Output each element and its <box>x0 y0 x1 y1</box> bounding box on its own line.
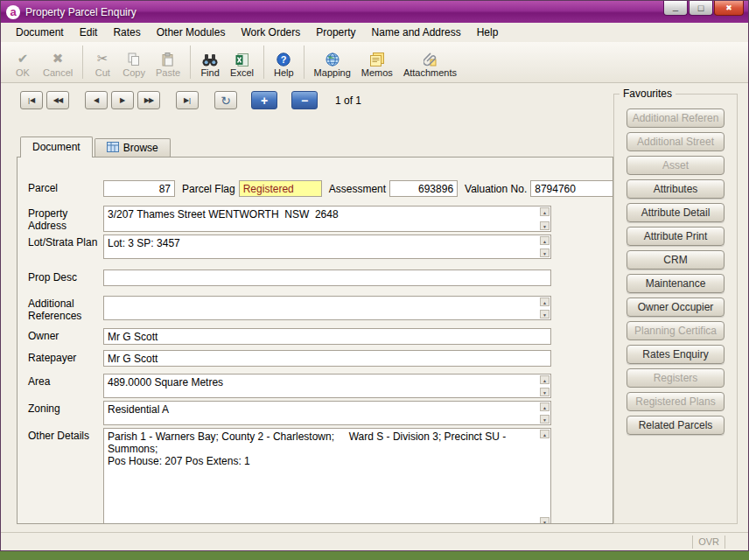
add-record-button[interactable] <box>251 91 277 109</box>
find-button[interactable]: Find <box>195 45 225 80</box>
lot-strata-field[interactable]: Lot: 3 SP: 3457 <box>103 234 551 259</box>
title-bar: a Property Parcel Enquiry <box>1 1 748 23</box>
scroll-up-button[interactable] <box>540 402 550 411</box>
fav-rates-enquiry-button[interactable]: Rates Enquiry <box>626 345 724 364</box>
menu-item-name-and-address[interactable]: Name and Address <box>364 24 469 41</box>
scissors-icon <box>97 50 108 66</box>
minimize-button[interactable] <box>663 1 688 16</box>
desktop-background-strip <box>0 551 749 560</box>
fav-attribute-detail-button[interactable]: Attribute Detail <box>626 203 724 222</box>
area-label: Area <box>28 374 103 388</box>
area-field[interactable]: 489.0000 Square Metres <box>103 374 551 398</box>
menu-item-other-modules[interactable]: Other Modules <box>149 24 234 41</box>
fav-registers-button: Registers <box>626 368 724 388</box>
memos-button[interactable]: Memos <box>356 45 398 80</box>
property-address-value: 3/207 Thames Street WENTWORTH NSW 2648 <box>104 206 550 222</box>
additional-references-row: Additional References <box>28 296 606 322</box>
globe-icon <box>326 50 340 66</box>
refresh-icon[interactable] <box>214 91 237 109</box>
menu-item-work-orders[interactable]: Work Orders <box>233 24 308 41</box>
scroll-up-button[interactable] <box>540 207 550 216</box>
toolbar-button-label: Find <box>200 67 219 78</box>
owner-label: Owner <box>28 328 103 342</box>
record-navigation: 1 of 1 <box>20 91 361 109</box>
scroll-up-button[interactable] <box>540 298 550 306</box>
tab-document[interactable]: Document <box>20 136 93 157</box>
prop-desc-field[interactable] <box>103 270 551 286</box>
ok-button: OK <box>8 45 38 80</box>
fav-attributes-button[interactable]: Attributes <box>626 179 724 199</box>
nav-next-fast-button[interactable] <box>137 91 160 109</box>
nav-last-record-button[interactable] <box>176 91 199 109</box>
owner-row: Owner Mr G Scott <box>28 328 606 345</box>
menu-item-document[interactable]: Document <box>8 24 72 41</box>
scroll-down-button[interactable] <box>540 248 550 257</box>
menu-item-help[interactable]: Help <box>469 24 507 41</box>
parcel-label: Parcel <box>28 180 103 194</box>
owner-field[interactable]: Mr G Scott <box>103 328 551 345</box>
tab-label: Browse <box>123 142 158 154</box>
document-form-panel: Parcel 87 Parcel Flag Registered Assessm… <box>17 157 613 524</box>
toolbar-button-label: Help <box>274 67 294 78</box>
property-address-label: Property Address <box>28 206 103 232</box>
property-address-field[interactable]: 3/207 Thames Street WENTWORTH NSW 2648 <box>103 206 551 232</box>
fav-attribute-print-button[interactable]: Attribute Print <box>626 227 724 246</box>
fav-registered-plans-button: Registered Plans <box>626 392 724 411</box>
application-window: a Property Parcel Enquiry Document Edit … <box>0 0 749 551</box>
toolbar-button-label: Paste <box>156 67 180 78</box>
toolbar-button-label: Copy <box>122 67 145 78</box>
fav-owner-occupier-button[interactable]: Owner Occupier <box>626 298 724 317</box>
help-button[interactable]: ? Help <box>269 45 299 80</box>
toolbar-button-label: Cancel <box>43 67 73 78</box>
tab-browse[interactable]: Browse <box>94 138 171 157</box>
parcel-flag-field[interactable]: Registered <box>239 180 322 197</box>
scroll-up-button[interactable] <box>540 430 550 438</box>
menu-item-rates[interactable]: Rates <box>105 24 148 41</box>
toolbar-button-label: Attachments <box>403 67 457 78</box>
parcel-field[interactable]: 87 <box>103 180 175 197</box>
excel-button[interactable]: Excel <box>225 45 259 80</box>
scroll-down-button[interactable] <box>540 415 550 424</box>
owner-value: Mr G Scott <box>108 331 158 343</box>
tab-bar: Document Browse <box>20 136 172 157</box>
fav-related-parcels-button[interactable]: Related Parcels <box>626 416 724 435</box>
menu-item-edit[interactable]: Edit <box>72 24 106 41</box>
scroll-down-button[interactable] <box>540 388 550 396</box>
scroll-down-button[interactable] <box>540 221 550 230</box>
scroll-up-button[interactable] <box>540 375 550 384</box>
scroll-down-button[interactable] <box>540 517 550 524</box>
cancel-icon <box>52 50 64 66</box>
ratepayer-field[interactable]: Mr G Scott <box>103 350 551 367</box>
menu-item-property[interactable]: Property <box>308 24 363 41</box>
remove-record-button[interactable] <box>291 91 318 109</box>
parcel-row: Parcel 87 Parcel Flag Registered Assessm… <box>28 180 606 197</box>
scroll-down-button[interactable] <box>540 310 550 318</box>
ovr-indicator: OVR <box>692 536 725 549</box>
parcel-value: 87 <box>159 183 171 195</box>
scroll-up-button[interactable] <box>540 236 550 245</box>
cut-button: Cut <box>88 45 117 80</box>
mapping-button[interactable]: Mapping <box>309 45 356 80</box>
nav-first-record-button[interactable] <box>20 91 43 109</box>
status-bar: OVR <box>1 532 748 550</box>
close-button[interactable] <box>714 1 744 16</box>
toolbar-separator <box>304 46 304 79</box>
assessment-field[interactable]: 693896 <box>389 180 458 197</box>
favourites-title: Favourites <box>620 88 676 100</box>
fav-crm-button[interactable]: CRM <box>626 250 724 270</box>
valuation-field[interactable]: 8794760 <box>530 180 613 197</box>
lot-strata-value: Lot: 3 SP: 3457 <box>104 235 550 251</box>
nav-next-button[interactable] <box>111 91 134 109</box>
favourites-panel: Favourites Additional Referen Additional… <box>613 94 738 524</box>
assessment-label: Assessment <box>322 180 389 195</box>
copy-button: Copy <box>117 45 150 80</box>
fav-maintenance-button[interactable]: Maintenance <box>626 274 724 293</box>
additional-references-field[interactable] <box>103 296 551 320</box>
nav-previous-fast-button[interactable] <box>46 91 69 109</box>
zoning-field[interactable]: Residential A <box>103 401 551 425</box>
maximize-button[interactable] <box>689 1 713 16</box>
other-details-field[interactable]: Parish 1 - Warners Bay; County 2 - Charl… <box>103 428 551 524</box>
attachments-button[interactable]: Attachments <box>398 45 462 80</box>
nav-previous-button[interactable] <box>85 91 108 109</box>
main-area: 1 of 1 Document Browse Parcel 87 Parcel … <box>1 83 748 532</box>
